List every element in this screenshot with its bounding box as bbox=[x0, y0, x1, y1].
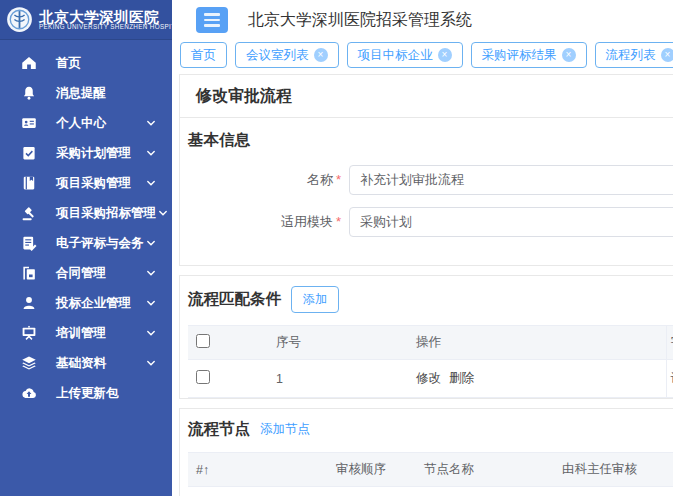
basic-info-section-title: 基本信息 bbox=[188, 130, 673, 151]
topbar: 北京大学深圳医院招采管理系统 bbox=[172, 0, 673, 40]
actions-cell: 修改删除 bbox=[408, 360, 666, 398]
cloud-upload-icon bbox=[20, 384, 38, 402]
conditions-section-title: 流程匹配条件 bbox=[188, 289, 281, 310]
tab-label: 采购评标结果 bbox=[482, 47, 557, 64]
name-field-label: 名称* bbox=[188, 171, 341, 189]
presentation-icon bbox=[20, 324, 38, 342]
sidebar-item-training-management[interactable]: 培训管理 bbox=[0, 318, 172, 348]
sidebar-item-label: 培训管理 bbox=[56, 325, 144, 342]
module-input[interactable] bbox=[349, 207, 673, 237]
chevron-down-icon bbox=[144, 266, 158, 280]
required-mark: * bbox=[336, 172, 341, 187]
sidebar-item-label: 上传更新包 bbox=[56, 385, 158, 402]
tab-winning-companies[interactable]: 项目中标企业 × bbox=[347, 42, 463, 68]
sidebar-item-home[interactable]: 首页 bbox=[0, 48, 172, 78]
sidebar-item-project-procurement[interactable]: 项目采购管理 bbox=[0, 168, 172, 198]
sidebar-item-label: 采购计划管理 bbox=[56, 145, 144, 162]
tab-label: 会议室列表 bbox=[246, 47, 309, 64]
main-area: 北京大学深圳医院招采管理系统 首页 会议室列表 × 项目中标企业 × 采购评标结… bbox=[172, 0, 673, 496]
column-header-seq: 序号 bbox=[268, 326, 408, 360]
column-header-dept-review: 由科主任审核 bbox=[554, 453, 673, 487]
name-input[interactable] bbox=[349, 165, 673, 195]
nodes-card: 流程节点 添加节点 #↑ 审核顺序 节点名称 由科主任审核 修改删除 bbox=[179, 408, 673, 496]
hospital-emblem-icon bbox=[6, 6, 33, 33]
sidebar-item-label: 首页 bbox=[56, 55, 158, 72]
order-cell: 1 bbox=[328, 487, 416, 496]
page-title: 修改审批流程 bbox=[196, 86, 673, 107]
sidebar-menu: 首页 消息提醒 个人中心 采购计划管理 项目采购管理 项目采购招标管理 bbox=[0, 40, 172, 408]
sidebar-item-label: 项目采购招标管理 bbox=[56, 205, 156, 222]
book-icon bbox=[20, 174, 38, 192]
hospital-name-en: PEKING UNIVERSITY SHENZHEN HOSPITAL bbox=[39, 24, 183, 31]
column-header-node-name: 节点名称 bbox=[416, 453, 554, 487]
chevron-down-icon bbox=[144, 356, 158, 370]
tab-evaluation-results[interactable]: 采购评标结果 × bbox=[471, 42, 587, 68]
column-header-hash-sort[interactable]: #↑ bbox=[188, 453, 328, 487]
select-all-header bbox=[188, 326, 268, 360]
chevron-down-icon bbox=[144, 236, 158, 250]
tab-process-list[interactable]: 流程列表 × bbox=[595, 42, 673, 68]
layers-icon bbox=[20, 354, 38, 372]
home-icon bbox=[20, 54, 38, 72]
tab-home[interactable]: 首页 bbox=[180, 42, 227, 68]
table-row: 1 修改删除 计 bbox=[188, 360, 673, 398]
close-icon[interactable]: × bbox=[661, 48, 673, 62]
sidebar-item-personal-center[interactable]: 个人中心 bbox=[0, 108, 172, 138]
hamburger-menu-button[interactable] bbox=[196, 7, 228, 33]
sidebar-item-label: 基础资料 bbox=[56, 355, 144, 372]
gavel-icon bbox=[20, 204, 38, 222]
module-field-row: 适用模块* bbox=[188, 207, 673, 237]
node-name-cell: 科主任意见 bbox=[416, 487, 554, 496]
edit-link[interactable]: 修改 bbox=[416, 371, 441, 385]
dept-review-cell: 是 bbox=[554, 487, 673, 496]
close-icon[interactable]: × bbox=[562, 48, 576, 62]
sidebar-item-procurement-plan[interactable]: 采购计划管理 bbox=[0, 138, 172, 168]
tab-bar: 首页 会议室列表 × 项目中标企业 × 采购评标结果 × 流程列表 × 流程 × bbox=[172, 40, 673, 74]
id-card-icon bbox=[20, 114, 38, 132]
delete-link[interactable]: 删除 bbox=[449, 371, 474, 385]
sidebar-item-label: 电子评标与会务 bbox=[56, 235, 144, 252]
sidebar-item-bidding-management[interactable]: 项目采购招标管理 bbox=[0, 198, 172, 228]
tab-label: 流程列表 bbox=[606, 47, 656, 64]
chevron-down-icon bbox=[144, 296, 158, 310]
seq-cell: 1 bbox=[268, 360, 408, 398]
sidebar-item-label: 个人中心 bbox=[56, 115, 144, 132]
chevron-down-icon bbox=[156, 206, 170, 220]
nodes-table: #↑ 审核顺序 节点名称 由科主任审核 修改删除 1 科主任意见 是 bbox=[188, 452, 673, 496]
add-condition-button[interactable]: 添加 bbox=[291, 286, 339, 313]
sidebar-item-contract-management[interactable]: 合同管理 bbox=[0, 258, 172, 288]
table-row: 修改删除 1 科主任意见 是 bbox=[188, 487, 673, 496]
close-icon[interactable]: × bbox=[314, 48, 328, 62]
user-icon bbox=[20, 294, 38, 312]
tab-label: 首页 bbox=[191, 47, 216, 64]
close-icon[interactable]: × bbox=[438, 48, 452, 62]
sidebar-item-bidder-companies[interactable]: 投标企业管理 bbox=[0, 288, 172, 318]
chevron-down-icon bbox=[144, 146, 158, 160]
sidebar-item-basic-data[interactable]: 基础资料 bbox=[0, 348, 172, 378]
clipboard-check-icon bbox=[20, 144, 38, 162]
sidebar-item-label: 合同管理 bbox=[56, 265, 144, 282]
tab-meeting-room-list[interactable]: 会议室列表 × bbox=[235, 42, 339, 68]
name-field-row: 名称* bbox=[188, 165, 673, 195]
required-mark: * bbox=[336, 214, 341, 229]
conditions-table: 序号 操作 字 1 修改删除 计 bbox=[188, 325, 673, 398]
column-header-order: 审核顺序 bbox=[328, 453, 416, 487]
chevron-down-icon bbox=[144, 116, 158, 130]
sidebar-item-label: 投标企业管理 bbox=[56, 295, 144, 312]
tab-label: 项目中标企业 bbox=[358, 47, 433, 64]
sidebar-item-e-evaluation[interactable]: 电子评标与会务 bbox=[0, 228, 172, 258]
row-checkbox[interactable] bbox=[196, 370, 210, 384]
hospital-name: 北京大学深圳医院 bbox=[39, 9, 183, 24]
select-all-checkbox[interactable] bbox=[196, 334, 210, 348]
sidebar-item-upload-update[interactable]: 上传更新包 bbox=[0, 378, 172, 408]
basic-info-card: 修改审批流程 基本信息 名称* 适用模块* bbox=[179, 74, 673, 266]
bell-icon bbox=[20, 84, 38, 102]
partial-cell: 计 bbox=[666, 360, 673, 398]
content: 修改审批流程 基本信息 名称* 适用模块* 流程匹配条件 bbox=[172, 74, 673, 496]
hospital-logo: 北京大学深圳医院 PEKING UNIVERSITY SHENZHEN HOSP… bbox=[0, 0, 172, 40]
sidebar-item-messages[interactable]: 消息提醒 bbox=[0, 78, 172, 108]
nodes-section-title: 流程节点 bbox=[188, 419, 250, 440]
sidebar-item-label: 消息提醒 bbox=[56, 85, 158, 102]
column-header-partial: 字 bbox=[666, 326, 673, 360]
add-node-link[interactable]: 添加节点 bbox=[260, 421, 310, 438]
